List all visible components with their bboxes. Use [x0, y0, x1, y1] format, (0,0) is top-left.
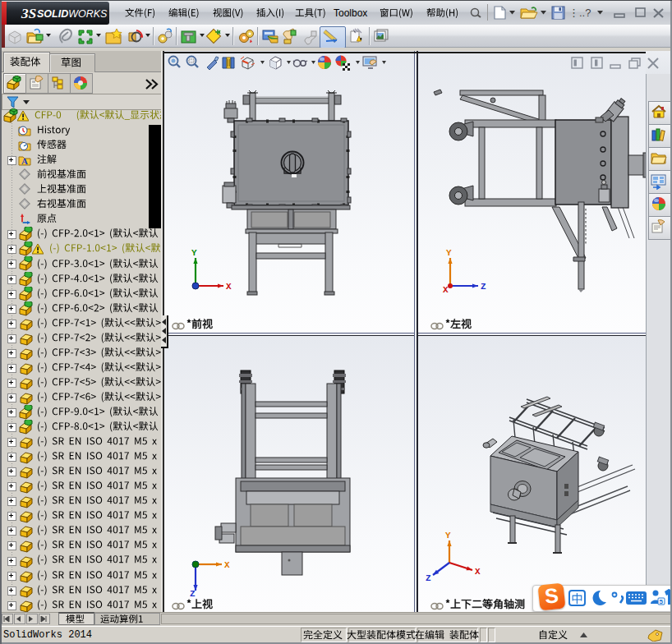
svg-text:ЗS: ЗS: [21, 6, 36, 21]
svg-text:5: 5: [660, 598, 664, 605]
svg-text:A: A: [21, 156, 28, 166]
svg-text:SOLIDWORKS: SOLIDWORKS: [37, 8, 108, 20]
